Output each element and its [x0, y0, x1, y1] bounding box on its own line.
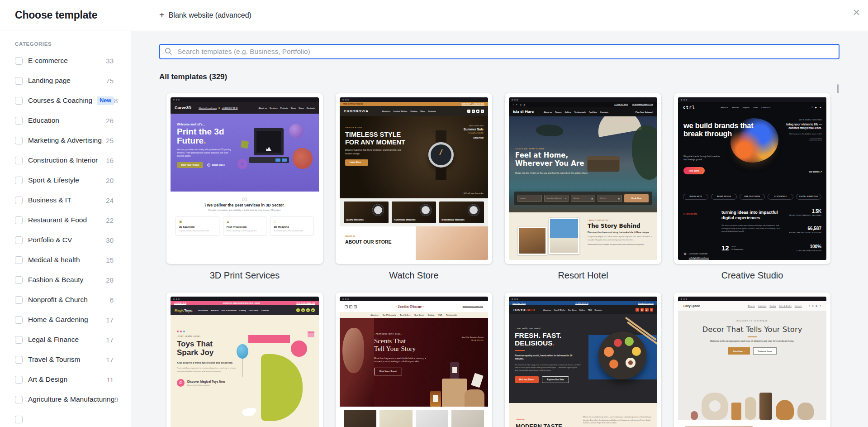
- close-icon[interactable]: ×: [853, 6, 860, 18]
- sidebar-item-travel-tourism[interactable]: Travel & Tourism17: [15, 350, 114, 369]
- youtube-icon: ▶: [476, 110, 479, 113]
- site-secondary-button: Explore Our Sets: [542, 376, 569, 383]
- categories-sidebar: CATEGORIES E-commerce33 Landing page75 C…: [0, 31, 130, 427]
- checkbox[interactable]: [15, 77, 23, 85]
- pink-circle-shape: [291, 341, 307, 357]
- sidebar-item-home-gardening[interactable]: Home & Gardening17: [15, 310, 114, 330]
- sidebar-item-construction-interior[interactable]: Construction & Interior16: [15, 150, 114, 170]
- pedestal-illustration: [465, 389, 484, 407]
- template-thumbnail[interactable]: Open 8 am - 10 pm +1 (234) 567 89 00 tok…: [505, 293, 661, 427]
- sidebar-item-e-commerce[interactable]: E-commerce33: [15, 51, 114, 71]
- sidebar-item-restaurant-food[interactable]: Restaurant & Food22: [15, 210, 114, 230]
- checkbox[interactable]: [15, 376, 23, 384]
- checkbox[interactable]: [15, 396, 23, 403]
- checkbox[interactable]: [15, 57, 23, 65]
- browser-chrome: [171, 297, 319, 301]
- checkbox[interactable]: [15, 356, 23, 364]
- feature-card: ▣3D ScanningCapture details of your prod…: [175, 216, 219, 235]
- checkbox[interactable]: [15, 117, 23, 125]
- facebook-icon: f: [513, 104, 513, 106]
- sidebar-item-partial[interactable]: [15, 409, 114, 427]
- lime-shape: [261, 354, 303, 421]
- template-thumbnail[interactable]: f◎▶ - Jardin Obscur - jardinobscur@email…: [336, 293, 492, 427]
- checkbox[interactable]: [15, 316, 23, 324]
- checkbox[interactable]: [15, 97, 23, 105]
- sidebar-item-fashion-beauty[interactable]: Fashion & Beauty28: [15, 270, 114, 290]
- checkbox[interactable]: [15, 256, 23, 264]
- nav-link: Our Clients: [249, 309, 259, 312]
- twitter-icon: ✦: [481, 110, 484, 113]
- sidebar-item-marketing-advertising[interactable]: Marketing & Advertising25: [15, 130, 114, 150]
- checkout-field: Check in▦: [598, 195, 622, 202]
- nav-link: Contact us: [761, 106, 770, 109]
- sidebar-item-sport-lifestyle[interactable]: Sport & Lifestyle20: [15, 170, 114, 190]
- nav-link: Catalog: [769, 305, 776, 307]
- stat-satisfaction: 100% CLIENT SATISFACTION FOCUS: [797, 244, 821, 252]
- palm-illustration: [536, 125, 563, 136]
- checkin-field: Check in▦: [571, 195, 595, 202]
- sidebar-item-landing-page[interactable]: Landing page75: [15, 71, 114, 91]
- template-thumbnail[interactable]: ctrl About us Services Projects Team Con…: [674, 93, 830, 264]
- site-about-section: - about us - MODERN TASTE, We're not jus…: [509, 403, 657, 427]
- site-secondary-button: Featured Items: [753, 347, 776, 355]
- checkbox[interactable]: [15, 197, 23, 204]
- watch-illustration: [428, 142, 454, 168]
- checkbox[interactable]: [15, 336, 23, 344]
- checkbox[interactable]: [15, 416, 23, 423]
- book-now-button: Book Now: [624, 194, 649, 202]
- nav-link: FAQ: [588, 309, 592, 311]
- template-thumbnail[interactable]: +1 (234) 567 89 90 SHOWROOM: 123A EGREMO…: [166, 293, 323, 427]
- sidebar-item-courses-coaching[interactable]: Courses & CoachingNew8: [15, 91, 114, 110]
- sidebar-item-portfolio-cv[interactable]: Portfolio & CV30: [15, 230, 114, 250]
- nav-link: Services: [732, 106, 739, 109]
- site-header: MagicToys. Bestsellers About Us Deal of …: [171, 305, 319, 315]
- modal-header: Choose template + Blank website (advance…: [0, 0, 868, 30]
- site-logo: Isla di Mare: [513, 110, 534, 114]
- site-preview-cozyspace: CozySpace About us Inspiration Catalog N…: [678, 297, 826, 427]
- template-thumbnail[interactable]: Curve3D 3d.print@email.com+1 (234) 567 8…: [166, 93, 323, 264]
- template-thumbnail[interactable]: f✦◎▶ +1 (234) 567 89 90ISLADIMARE@EMAIL.…: [505, 93, 661, 264]
- checkbox[interactable]: [15, 236, 23, 244]
- template-thumbnail[interactable]: CozySpace About us Inspiration Catalog N…: [674, 293, 830, 427]
- site-nav: Bestsellers About Us Deal of the Month C…: [198, 309, 269, 312]
- nav-link: Contacts: [307, 107, 315, 109]
- balloon-illustration: [237, 344, 248, 359]
- template-name: Creative Studio: [674, 270, 830, 281]
- sidebar-item-nonprofit-church[interactable]: Nonprofit & Church6: [15, 290, 114, 310]
- portrait-illustration: [340, 318, 374, 407]
- checkbox[interactable]: [15, 177, 23, 184]
- facebook-icon: f: [296, 308, 300, 312]
- sidebar-item-medical-health[interactable]: Medical & health15: [15, 250, 114, 270]
- photo-strip: [340, 407, 488, 427]
- checkbox[interactable]: [15, 216, 23, 224]
- sidebar-item-education[interactable]: Education26: [15, 110, 114, 130]
- sidebar-item-art-design[interactable]: Art & Design11: [15, 369, 114, 389]
- nav-link: Bestsellers: [198, 309, 208, 312]
- sidebar-item-legal-finance[interactable]: Legal & Finance17: [15, 330, 114, 350]
- sidebar-item-agriculture-manufacturing[interactable]: Agriculture & Manufacturing9: [15, 389, 114, 409]
- nav-link: Testimonials: [446, 314, 457, 316]
- nav-link: News: [299, 107, 304, 109]
- sidebar-item-business-it[interactable]: Business & IT24: [15, 190, 114, 210]
- site-heading: Toys That Spark Joy: [177, 340, 231, 357]
- hut-illustration: [588, 160, 619, 172]
- facebook-icon: f: [467, 110, 470, 113]
- cloud-illustration: [242, 409, 255, 416]
- scrollbar-thumb[interactable]: [837, 84, 839, 93]
- blank-website-button[interactable]: + Blank website (advanced): [159, 0, 251, 30]
- site-nav: About us How It Works Our Menu Gallery F…: [543, 309, 602, 311]
- site-topbar: FREE SHIPPING FROM $50 NEED HELP? +1 (23…: [340, 102, 488, 106]
- calendar-icon: ▦: [618, 197, 620, 200]
- person-icon: ♟: [227, 220, 263, 224]
- checkbox[interactable]: [15, 276, 23, 284]
- checkbox[interactable]: [15, 157, 23, 164]
- template-name: Watch Store: [336, 270, 492, 281]
- perfume-bottle-illustration: [471, 373, 484, 388]
- decorative-dots: [177, 331, 319, 332]
- checkbox[interactable]: [15, 137, 23, 144]
- nav-link: Deal of the Month: [221, 309, 237, 312]
- site-hero: Welcome and let's... Print the 3d Future…: [171, 114, 319, 192]
- search-input[interactable]: [159, 44, 840, 59]
- template-thumbnail[interactable]: FREE SHIPPING FROM $50 NEED HELP? +1 (23…: [336, 93, 492, 264]
- checkbox[interactable]: [15, 296, 23, 304]
